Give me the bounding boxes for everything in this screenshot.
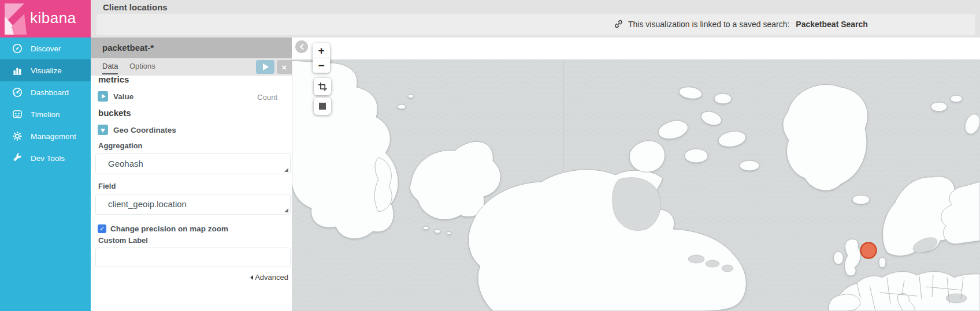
advanced-toggle[interactable]: Advanced [250,273,288,282]
apply-changes-button[interactable] [256,60,274,74]
geohash-marker[interactable] [861,243,877,258]
play-icon [263,63,269,70]
collapse-bucket-button[interactable] [98,125,108,135]
precision-checkbox-label[interactable]: Change precision on map zoom [110,224,228,233]
index-pattern-header: packetbeat-* [91,38,292,58]
collapse-panel-button[interactable] [295,40,308,53]
sidebar-item-label: Management [31,132,76,141]
select-handle-icon [284,208,288,212]
metric-agg-type: Count [257,93,277,102]
sidebar-item-visualize[interactable]: Visualize [0,59,91,81]
sidebar-item-dashboard[interactable]: Dashboard [0,81,91,103]
compass-icon [12,43,23,54]
sidebar: kibana Discover Visualize Dashboard Time… [0,0,91,311]
buckets-heading: buckets [98,108,131,118]
expand-metric-button[interactable] [98,91,108,102]
chevron-left-icon [299,44,304,50]
world-map[interactable] [292,38,980,311]
visualization-config-panel: packetbeat-* Data Options × metrics Valu… [91,38,292,311]
aggregation-value: Geohash [108,159,143,168]
precision-checkbox[interactable]: ✓ [98,224,106,233]
sidebar-item-timelion[interactable]: Timelion [0,103,91,125]
page-title: Client locations [103,2,168,12]
precision-checkbox-row: ✓ Change precision on map zoom [98,224,228,233]
tab-options[interactable]: Options [129,62,155,73]
dashboard-icon [12,87,23,98]
bucket-label[interactable]: Geo Coordinates [113,126,176,134]
sidebar-item-label: Timelion [31,110,60,119]
bucket-row-geo: Geo Coordinates [98,125,176,135]
aggregation-select[interactable]: Geohash [95,153,291,174]
sidebar-item-management[interactable]: Management [0,125,91,147]
wrench-icon [12,153,23,163]
custom-label-input[interactable] [95,248,291,267]
chevron-left-icon [250,275,253,280]
field-select[interactable]: client_geoip.location [95,194,291,215]
zoom-in-button[interactable]: + [313,43,330,58]
metrics-heading: metrics [98,74,129,84]
kibana-logo-text: kibana [30,9,76,27]
custom-label-label: Custom Label [98,236,148,245]
linked-search-name[interactable]: Packetbeat Search [796,20,868,29]
sidebar-item-label: Visualize [31,66,62,75]
linked-saved-search-notice: This visualization is linked to a saved … [614,19,868,29]
fit-data-bounds-button[interactable] [314,98,331,115]
map-zoom-control: + − [313,43,330,73]
metric-label[interactable]: Value [113,92,133,101]
sidebar-item-discover[interactable]: Discover [0,38,91,59]
kibana-app: kibana Discover Visualize Dashboard Time… [0,0,980,311]
gear-icon [12,131,23,141]
kibana-logo[interactable]: kibana [0,0,91,38]
sidebar-item-label: Dev Tools [31,154,65,163]
field-value: client_geoip.location [108,199,187,209]
square-icon [319,103,326,110]
sidebar-item-dev-tools[interactable]: Dev Tools [0,147,91,169]
timelion-icon [12,109,23,119]
crop-icon [318,83,327,91]
sidebar-nav: Discover Visualize Dashboard Timelion Ma… [0,38,91,169]
discard-changes-button[interactable]: × [277,60,292,74]
top-header: Client locations This visualization is l… [91,0,980,38]
kibana-logo-icon [3,2,29,36]
link-icon [614,19,623,29]
advanced-label: Advanced [255,273,288,282]
close-icon: × [282,62,287,72]
select-handle-icon [284,168,288,172]
sidebar-item-label: Dashboard [31,88,69,97]
zoom-out-button[interactable]: − [313,58,330,73]
aggregation-label: Aggregation [98,141,143,150]
bar-chart-icon [12,65,23,76]
metric-row-value: Value [98,91,133,102]
check-icon: ✓ [99,225,105,233]
sidebar-item-label: Discover [31,44,61,53]
linked-notice-text: This visualization is linked to a saved … [628,20,789,29]
chevron-right-icon [102,94,106,99]
tab-data[interactable]: Data [102,62,118,74]
chevron-down-icon [101,129,105,133]
field-label: Field [98,182,116,190]
config-tabbar: Data Options × [91,58,292,76]
draw-rectangle-button[interactable] [314,78,331,95]
tile-map-visualization[interactable]: + − [292,38,980,311]
